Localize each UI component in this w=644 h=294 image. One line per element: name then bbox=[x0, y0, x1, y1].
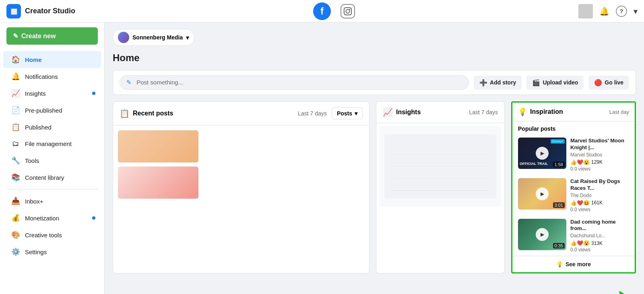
sidebar-item-content-library[interactable]: 📚 Content library bbox=[3, 169, 101, 186]
inbox-icon: 📥 bbox=[11, 197, 20, 206]
bell-sidebar-icon: 🔔 bbox=[11, 72, 20, 81]
insights-header: 📈 Insights Last 7 days bbox=[376, 102, 504, 123]
recent-posts-header: 📋 Recent posts Last 7 days Posts ▾ bbox=[113, 102, 369, 125]
page-title: Home bbox=[113, 52, 636, 64]
facebook-icon[interactable]: f bbox=[313, 2, 331, 20]
sidebar-item-published[interactable]: 📋 Published bbox=[3, 119, 101, 136]
posts-filter-dropdown[interactable]: Posts ▾ bbox=[332, 107, 363, 119]
post-thumbnail-2 bbox=[118, 167, 198, 199]
video-info-1: Marvel Studios' Moon Knight |... Marvel … bbox=[570, 138, 629, 172]
create-new-label: Create new bbox=[21, 33, 56, 40]
add-story-button[interactable]: ➕ Add story bbox=[474, 76, 522, 90]
user-menu-chevron-icon[interactable]: ▾ bbox=[634, 6, 638, 16]
reaction-count-2: 161K bbox=[591, 200, 603, 206]
insights-icon-card: 📈 bbox=[383, 107, 393, 117]
svg-point-2 bbox=[349, 8, 351, 10]
insights-notification-dot bbox=[92, 92, 95, 95]
video-title-2: Cat Raised By Dogs Races T... bbox=[570, 178, 629, 192]
go-live-icon: 🔴 bbox=[594, 79, 602, 86]
posts-filter-chevron-icon: ▾ bbox=[355, 110, 357, 117]
account-selector[interactable]: Sonnenberg Media ▾ bbox=[113, 29, 194, 46]
see-more-label: See more bbox=[566, 261, 591, 267]
main-grid: 📋 Recent posts Last 7 days Posts ▾ bbox=[113, 101, 636, 273]
sidebar-label-notifications: Notifications bbox=[25, 73, 58, 80]
svg-rect-0 bbox=[344, 7, 351, 14]
insights-title: 📈 Insights bbox=[383, 107, 421, 117]
instagram-icon[interactable] bbox=[341, 4, 355, 19]
video-item-1[interactable]: ▶ OFFICIAL TRAIL Disney+ 1:58 Marvel Stu… bbox=[512, 134, 635, 175]
home-icon: 🏠 bbox=[11, 55, 20, 64]
sidebar-label-content-library: Content library bbox=[25, 174, 64, 181]
video-reactions-1: 👍❤️😮 129K bbox=[570, 159, 629, 165]
recent-posts-card: 📋 Recent posts Last 7 days Posts ▾ bbox=[113, 101, 369, 273]
content-area: Sonnenberg Media ▾ Home ✎ Post something… bbox=[105, 23, 644, 294]
sidebar-item-monetization[interactable]: 💰 Monetization bbox=[3, 210, 101, 226]
video-views-1: 0.0 views bbox=[570, 166, 629, 172]
sidebar-label-file-management: File management bbox=[25, 140, 72, 147]
recent-posts-title: 📋 Recent posts bbox=[120, 109, 173, 118]
insights-period: Last 7 days bbox=[469, 109, 498, 115]
sidebar-item-home[interactable]: 🏠 Home bbox=[3, 51, 101, 68]
content-inner: Sonnenberg Media ▾ Home ✎ Post something… bbox=[105, 23, 644, 294]
video-channel-2: The Dodo bbox=[570, 193, 629, 198]
post-input[interactable]: ✎ Post something... bbox=[120, 75, 469, 90]
see-more-row[interactable]: 💡 See more bbox=[512, 256, 635, 272]
insights-chart-area bbox=[380, 126, 501, 207]
sidebar-item-settings[interactable]: ⚙️ Settings bbox=[3, 243, 101, 260]
inspiration-panel: 💡 Inspiration Last day Popular posts ▶ O… bbox=[511, 101, 636, 273]
top-nav-right: 🔔 ? ▾ bbox=[557, 4, 638, 19]
insights-chart bbox=[384, 131, 496, 202]
insights-card: 📈 Insights Last 7 days bbox=[376, 101, 505, 273]
video-duration-3: 0:35 bbox=[553, 243, 565, 249]
content-library-icon: 📚 bbox=[11, 173, 20, 182]
recent-posts-filters: Last 7 days Posts ▾ bbox=[298, 107, 363, 119]
play-button-2: ▶ bbox=[536, 187, 549, 200]
sidebar-label-tools: Tools bbox=[25, 157, 39, 164]
create-new-button[interactable]: ✎ Create new bbox=[6, 27, 98, 45]
top-navigation: ▦ Creator Studio f 🔔 ? ▾ bbox=[0, 0, 644, 23]
video-item-2[interactable]: ▶ 3:01 Cat Raised By Dogs Races T... The… bbox=[512, 175, 635, 216]
account-avatar bbox=[118, 32, 129, 43]
sidebar-item-pre-published[interactable]: 📄 Pre-published bbox=[3, 102, 101, 119]
play-button-3: ▶ bbox=[536, 228, 549, 241]
upload-video-button[interactable]: 🎬 Upload video bbox=[526, 76, 584, 90]
settings-icon: ⚙️ bbox=[11, 247, 20, 256]
sidebar-label-inbox: Inbox+ bbox=[25, 198, 43, 205]
video-thumb-1: ▶ OFFICIAL TRAIL Disney+ 1:58 bbox=[518, 138, 566, 169]
video-info-2: Cat Raised By Dogs Races T... The Dodo 👍… bbox=[570, 178, 629, 212]
green-arrow-svg bbox=[589, 291, 638, 294]
svg-marker-8 bbox=[589, 291, 638, 294]
pre-published-icon: 📄 bbox=[11, 106, 20, 115]
pencil-icon: ✎ bbox=[13, 32, 18, 40]
insights-icon: 📈 bbox=[11, 89, 20, 98]
sidebar-item-tools[interactable]: 🔧 Tools bbox=[3, 152, 101, 169]
sidebar-label-pre-published: Pre-published bbox=[25, 107, 62, 114]
posts-filter-label: Posts bbox=[337, 110, 352, 117]
sidebar: ✎ Create new 🏠 Home 🔔 Notifications 📈 In… bbox=[0, 23, 105, 294]
posts-content bbox=[113, 125, 369, 204]
go-live-button[interactable]: 🔴 Go live bbox=[588, 76, 629, 90]
add-story-icon: ➕ bbox=[479, 79, 487, 86]
file-management-icon: 🗂 bbox=[11, 140, 20, 148]
video-channel-3: Dachshund Lo... bbox=[570, 233, 629, 238]
sidebar-item-notifications[interactable]: 🔔 Notifications bbox=[3, 68, 101, 85]
post-placeholder: Post something... bbox=[136, 79, 183, 86]
video-item-3[interactable]: ▶ 0:35 Dad coming home from... Dachshund… bbox=[512, 216, 635, 256]
recent-posts-period: Last 7 days bbox=[298, 110, 327, 117]
sidebar-item-creative-tools[interactable]: 🎨 Creative tools bbox=[3, 226, 101, 243]
insights-title-text: Insights bbox=[396, 109, 421, 116]
reaction-emojis-3: 👍❤️😮 bbox=[570, 240, 590, 246]
sidebar-label-insights: Insights bbox=[25, 90, 46, 97]
published-icon: 📋 bbox=[11, 123, 20, 132]
top-nav-left: ▦ Creator Studio bbox=[6, 4, 111, 19]
sidebar-item-inbox[interactable]: 📥 Inbox+ bbox=[3, 193, 101, 210]
recent-posts-icon: 📋 bbox=[120, 109, 130, 118]
sidebar-item-file-management[interactable]: 🗂 File management bbox=[3, 136, 101, 152]
sidebar-item-insights[interactable]: 📈 Insights bbox=[3, 85, 101, 102]
green-arrow-container bbox=[589, 291, 638, 294]
help-icon[interactable]: ? bbox=[616, 6, 627, 17]
notifications-bell-icon[interactable]: 🔔 bbox=[599, 6, 609, 16]
reaction-count-1: 129K bbox=[591, 159, 603, 165]
video-title-3: Dad coming home from... bbox=[570, 219, 629, 232]
video-views-3: 0.0 views bbox=[570, 247, 629, 253]
